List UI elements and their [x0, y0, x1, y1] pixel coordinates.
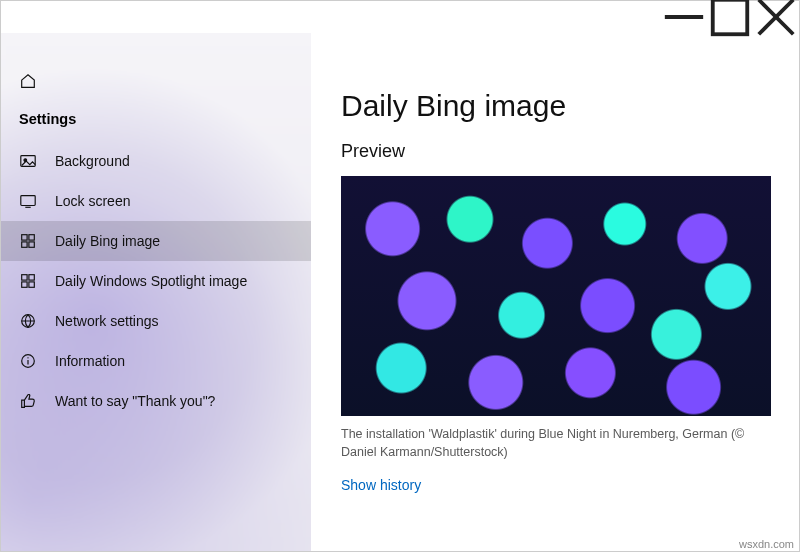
svg-rect-8 — [22, 235, 27, 240]
sidebar-item-information[interactable]: Information — [1, 341, 311, 381]
minimize-button[interactable] — [661, 1, 707, 33]
watermark: wsxdn.com — [739, 538, 794, 550]
svg-rect-12 — [22, 275, 27, 280]
svg-point-19 — [27, 357, 28, 358]
svg-rect-11 — [29, 242, 34, 247]
image-caption: The installation 'Waldplastik' during Bl… — [341, 426, 769, 461]
preview-heading: Preview — [341, 141, 769, 162]
svg-rect-15 — [29, 282, 34, 287]
svg-rect-14 — [22, 282, 27, 287]
svg-rect-13 — [29, 275, 34, 280]
svg-rect-6 — [21, 196, 35, 206]
sidebar-item-background[interactable]: Background — [1, 141, 311, 181]
sidebar-item-label: Network settings — [55, 313, 158, 329]
maximize-button[interactable] — [707, 1, 753, 33]
sidebar-item-label: Information — [55, 353, 125, 369]
sidebar-item-label: Lock screen — [55, 193, 130, 209]
content-pane: Daily Bing image Preview The installatio… — [311, 33, 799, 551]
sidebar-section-title: Settings — [1, 101, 311, 141]
thumbs-up-icon — [19, 392, 37, 410]
svg-rect-9 — [29, 235, 34, 240]
home-icon — [19, 72, 37, 90]
sidebar-item-daily-bing[interactable]: Daily Bing image — [1, 221, 311, 261]
titlebar — [1, 1, 799, 33]
globe-icon — [19, 312, 37, 330]
app-window: Settings Background Lock screen Daily Bi… — [0, 0, 800, 552]
svg-rect-1 — [713, 0, 748, 34]
sidebar-item-thank-you[interactable]: Want to say "Thank you"? — [1, 381, 311, 421]
sidebar-item-label: Daily Bing image — [55, 233, 160, 249]
svg-rect-10 — [22, 242, 27, 247]
sidebar-item-network[interactable]: Network settings — [1, 301, 311, 341]
home-button[interactable] — [1, 65, 311, 101]
sidebar-item-spotlight[interactable]: Daily Windows Spotlight image — [1, 261, 311, 301]
app-body: Settings Background Lock screen Daily Bi… — [1, 33, 799, 551]
info-icon — [19, 352, 37, 370]
bing-icon — [19, 232, 37, 250]
sidebar: Settings Background Lock screen Daily Bi… — [1, 33, 311, 551]
sidebar-item-label: Daily Windows Spotlight image — [55, 273, 247, 289]
lock-screen-icon — [19, 192, 37, 210]
spotlight-icon — [19, 272, 37, 290]
sidebar-item-lock-screen[interactable]: Lock screen — [1, 181, 311, 221]
preview-image — [341, 176, 771, 416]
sidebar-item-label: Background — [55, 153, 130, 169]
show-history-link[interactable]: Show history — [341, 477, 421, 493]
close-button[interactable] — [753, 1, 799, 33]
picture-icon — [19, 152, 37, 170]
page-title: Daily Bing image — [341, 89, 769, 123]
sidebar-item-label: Want to say "Thank you"? — [55, 393, 215, 409]
